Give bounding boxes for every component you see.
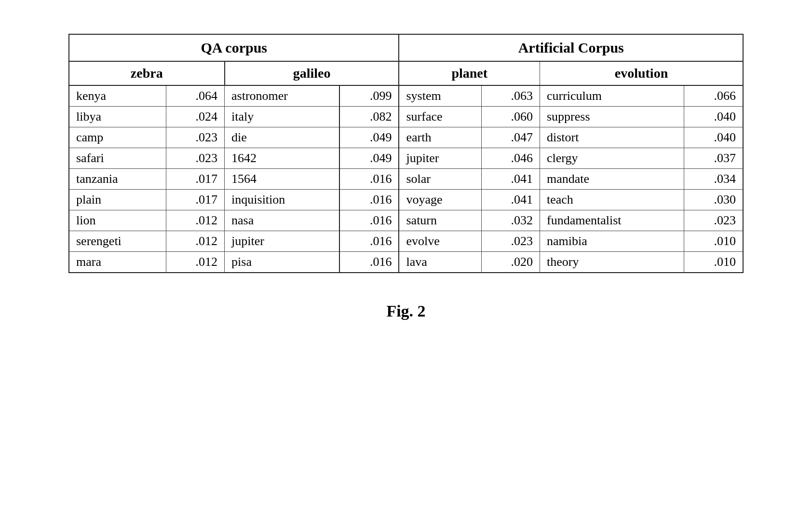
table-cell: lava xyxy=(399,252,481,273)
table-cell: clergy xyxy=(540,148,684,169)
table-row: lion.012nasa.016saturn.032fundamentalist… xyxy=(69,210,743,231)
table-container: QA corpus Artificial Corpus zebra galile… xyxy=(68,34,744,273)
table-row: camp.023die.049earth.047distort.040 xyxy=(69,127,743,148)
table-cell: tanzania xyxy=(69,169,166,190)
table-cell: safari xyxy=(69,148,166,169)
table-row: serengeti.012jupiter.016evolve.023namibi… xyxy=(69,231,743,252)
zebra-header: zebra xyxy=(69,61,225,85)
table-cell: .012 xyxy=(166,210,224,231)
table-cell: .041 xyxy=(481,169,540,190)
table-cell: .049 xyxy=(339,127,399,148)
table-cell: curriculum xyxy=(540,85,684,107)
table-cell: serengeti xyxy=(69,231,166,252)
header-row-top: QA corpus Artificial Corpus xyxy=(69,34,743,61)
table-row: plain.017inquisition.016voyage.041teach.… xyxy=(69,190,743,210)
header-row-sub: zebra galileo planet evolution xyxy=(69,61,743,85)
data-table: QA corpus Artificial Corpus zebra galile… xyxy=(68,34,744,273)
table-cell: .099 xyxy=(339,85,399,107)
table-cell: .012 xyxy=(166,231,224,252)
table-cell: .024 xyxy=(166,107,224,127)
table-row: libya.024italy.082surface.060suppress.04… xyxy=(69,107,743,127)
table-cell: jupiter xyxy=(225,231,340,252)
table-cell: inquisition xyxy=(225,190,340,210)
table-cell: .010 xyxy=(684,252,743,273)
table-cell: jupiter xyxy=(399,148,481,169)
table-cell: .016 xyxy=(339,231,399,252)
table-cell: .034 xyxy=(684,169,743,190)
table-cell: mara xyxy=(69,252,166,273)
table-cell: .016 xyxy=(339,169,399,190)
table-cell: fundamentalist xyxy=(540,210,684,231)
table-cell: .064 xyxy=(166,85,224,107)
table-cell: .046 xyxy=(481,148,540,169)
qa-corpus-header: QA corpus xyxy=(69,34,399,61)
table-cell: .049 xyxy=(339,148,399,169)
table-cell: evolve xyxy=(399,231,481,252)
table-cell: italy xyxy=(225,107,340,127)
table-cell: earth xyxy=(399,127,481,148)
table-cell: .037 xyxy=(684,148,743,169)
table-cell: .016 xyxy=(339,210,399,231)
table-cell: .016 xyxy=(339,252,399,273)
table-cell: .082 xyxy=(339,107,399,127)
table-cell: system xyxy=(399,85,481,107)
table-cell: .023 xyxy=(481,231,540,252)
table-cell: .030 xyxy=(684,190,743,210)
table-cell: plain xyxy=(69,190,166,210)
table-cell: .017 xyxy=(166,190,224,210)
table-cell: mandate xyxy=(540,169,684,190)
table-row: mara.012pisa.016lava.020theory.010 xyxy=(69,252,743,273)
table-cell: kenya xyxy=(69,85,166,107)
table-cell: .023 xyxy=(166,127,224,148)
table-cell: teach xyxy=(540,190,684,210)
table-cell: voyage xyxy=(399,190,481,210)
table-cell: suppress xyxy=(540,107,684,127)
planet-header: planet xyxy=(399,61,540,85)
table-cell: 1564 xyxy=(225,169,340,190)
table-cell: distort xyxy=(540,127,684,148)
artificial-corpus-header: Artificial Corpus xyxy=(399,34,743,61)
table-cell: surface xyxy=(399,107,481,127)
table-cell: .066 xyxy=(684,85,743,107)
table-cell: libya xyxy=(69,107,166,127)
table-cell: namibia xyxy=(540,231,684,252)
table-cell: .040 xyxy=(684,127,743,148)
table-cell: pisa xyxy=(225,252,340,273)
table-cell: nasa xyxy=(225,210,340,231)
table-body: kenya.064astronomer.099system.063curricu… xyxy=(69,85,743,273)
table-cell: .020 xyxy=(481,252,540,273)
table-row: safari.0231642.049jupiter.046clergy.037 xyxy=(69,148,743,169)
table-cell: .017 xyxy=(166,169,224,190)
table-cell: .060 xyxy=(481,107,540,127)
table-cell: astronomer xyxy=(225,85,340,107)
table-cell: solar xyxy=(399,169,481,190)
table-cell: .041 xyxy=(481,190,540,210)
table-cell: .040 xyxy=(684,107,743,127)
table-cell: .047 xyxy=(481,127,540,148)
table-cell: .016 xyxy=(339,190,399,210)
table-cell: saturn xyxy=(399,210,481,231)
table-cell: die xyxy=(225,127,340,148)
table-cell: lion xyxy=(69,210,166,231)
table-cell: theory xyxy=(540,252,684,273)
table-cell: 1642 xyxy=(225,148,340,169)
table-cell: .063 xyxy=(481,85,540,107)
table-row: kenya.064astronomer.099system.063curricu… xyxy=(69,85,743,107)
figure-caption: Fig. 2 xyxy=(386,302,425,320)
table-cell: .032 xyxy=(481,210,540,231)
table-row: tanzania.0171564.016solar.041mandate.034 xyxy=(69,169,743,190)
evolution-header: evolution xyxy=(540,61,743,85)
table-cell: .023 xyxy=(166,148,224,169)
galileo-header: galileo xyxy=(225,61,399,85)
table-cell: .023 xyxy=(684,210,743,231)
table-cell: camp xyxy=(69,127,166,148)
table-cell: .010 xyxy=(684,231,743,252)
table-cell: .012 xyxy=(166,252,224,273)
